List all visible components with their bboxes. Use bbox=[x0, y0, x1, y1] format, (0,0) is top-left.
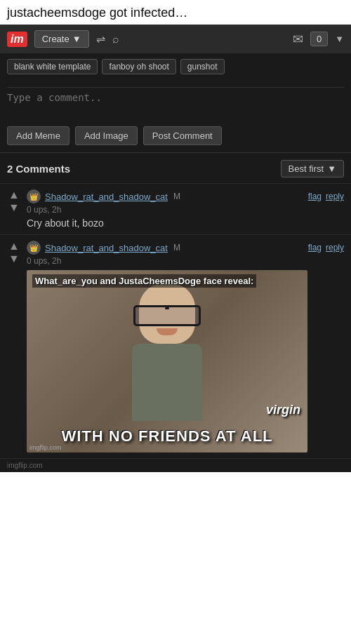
sort-arrow-icon: ▼ bbox=[327, 163, 336, 174]
upvote-button-2[interactable]: ▲ bbox=[8, 241, 20, 252]
comment-meta-2: 👑 Shadow_rat_and_shadow_cat M flag reply bbox=[27, 241, 344, 255]
comment-body-1: 👑 Shadow_rat_and_shadow_cat M flag reply… bbox=[27, 189, 344, 229]
add-image-button[interactable]: Add Image bbox=[75, 126, 138, 145]
person-body bbox=[132, 344, 202, 421]
post-comment-button[interactable]: Post Comment bbox=[143, 126, 222, 145]
imgflip-logo: im bbox=[7, 32, 27, 47]
comment-input-area: Add Meme Add Image Post Comment bbox=[0, 80, 351, 152]
imgflip-footer: imgflip.com bbox=[0, 458, 351, 472]
tag-gunshot[interactable]: gunshot bbox=[180, 59, 225, 74]
flag-button-1[interactable]: flag bbox=[308, 192, 322, 201]
sort-dropdown[interactable]: Best first ▼ bbox=[281, 160, 344, 177]
page-title-text: justacheemsdoge got infected… bbox=[7, 6, 187, 20]
upvote-button-1[interactable]: ▲ bbox=[8, 189, 20, 201]
add-meme-button[interactable]: Add Meme bbox=[7, 126, 69, 145]
meme-face-area: What_are_you and JustaCheemsDoge face re… bbox=[27, 270, 307, 452]
comments-header: 2 Comments Best first ▼ bbox=[0, 152, 351, 183]
tag-fanboy-oh-shoot[interactable]: fanboy oh shoot bbox=[102, 59, 176, 74]
reply-button-2[interactable]: reply bbox=[326, 243, 344, 253]
downvote-button-1[interactable]: ▼ bbox=[8, 202, 20, 213]
meme-main-bottom-text: WITH NO FRIENDS AT ALL bbox=[27, 427, 307, 445]
meme-watermark: imgflip.com bbox=[29, 444, 62, 451]
comment-meta-1: 👑 Shadow_rat_and_shadow_cat M flag reply bbox=[27, 189, 344, 203]
flag-reply-2: flag reply bbox=[308, 243, 344, 253]
comment-meme-image: What_are_you and JustaCheemsDoge face re… bbox=[27, 270, 307, 452]
create-button[interactable]: Create ▼ bbox=[34, 30, 89, 48]
comment-body-2: 👑 Shadow_rat_and_shadow_cat M flag reply… bbox=[27, 241, 344, 452]
meme-container: What_are_you and JustaCheemsDoge face re… bbox=[27, 270, 307, 452]
shuffle-icon[interactable]: ⇌ bbox=[96, 32, 105, 46]
vote-column-1: ▲ ▼ bbox=[7, 189, 21, 229]
sort-label: Best first bbox=[289, 163, 324, 174]
comment-2: ▲ ▼ 👑 Shadow_rat_and_shadow_cat M flag r… bbox=[0, 234, 351, 458]
person-mouth bbox=[157, 328, 178, 335]
user-badge-2: M bbox=[173, 243, 180, 253]
footer-watermark: imgflip.com bbox=[7, 462, 43, 469]
mail-icon[interactable]: ✉ bbox=[293, 32, 303, 47]
create-arrow-icon: ▼ bbox=[72, 34, 81, 44]
notification-badge[interactable]: 0 bbox=[310, 32, 328, 46]
comment-stats-1: 0 ups, 2h bbox=[27, 205, 344, 215]
person-silhouette bbox=[111, 284, 223, 424]
tags-row: blank white template fanboy oh shoot gun… bbox=[0, 53, 351, 80]
comment-1: ▲ ▼ 👑 Shadow_rat_and_shadow_cat M flag r… bbox=[0, 183, 351, 234]
header-bar: im Create ▼ ⇌ ⌕ ✉ 0 ▼ bbox=[0, 25, 351, 53]
username-1[interactable]: Shadow_rat_and_shadow_cat bbox=[45, 192, 168, 202]
downvote-button-2[interactable]: ▼ bbox=[8, 253, 20, 264]
comment-text-1: Cry about it, bozo bbox=[27, 217, 344, 229]
account-dropdown-icon[interactable]: ▼ bbox=[335, 34, 344, 44]
comments-count: 2 Comments bbox=[7, 163, 70, 175]
user-badge-1: M bbox=[173, 192, 180, 201]
tag-blank-white-template[interactable]: blank white template bbox=[7, 59, 98, 74]
person-glasses bbox=[133, 305, 201, 326]
avatar-2: 👑 bbox=[27, 241, 41, 255]
flag-reply-1: flag reply bbox=[308, 192, 344, 201]
avatar-1: 👑 bbox=[27, 189, 41, 203]
username-2[interactable]: Shadow_rat_and_shadow_cat bbox=[45, 243, 168, 253]
create-label: Create bbox=[42, 34, 69, 44]
imgflip-ui: im Create ▼ ⇌ ⌕ ✉ 0 ▼ blank white templa… bbox=[0, 25, 351, 472]
comment-textarea[interactable] bbox=[7, 87, 344, 119]
search-icon[interactable]: ⌕ bbox=[112, 33, 119, 46]
meme-top-text: What_are_you and JustaCheemsDoge face re… bbox=[32, 274, 256, 288]
comment-stats-2: 0 ups, 2h bbox=[27, 256, 344, 266]
meme-virgin-text: virgin bbox=[266, 403, 300, 417]
page-title: justacheemsdoge got infected… bbox=[0, 0, 351, 25]
flag-button-2[interactable]: flag bbox=[308, 243, 322, 253]
vote-column-2: ▲ ▼ bbox=[7, 241, 21, 452]
person-head bbox=[139, 284, 195, 344]
comment-actions: Add Meme Add Image Post Comment bbox=[7, 121, 344, 152]
reply-button-1[interactable]: reply bbox=[326, 192, 344, 201]
